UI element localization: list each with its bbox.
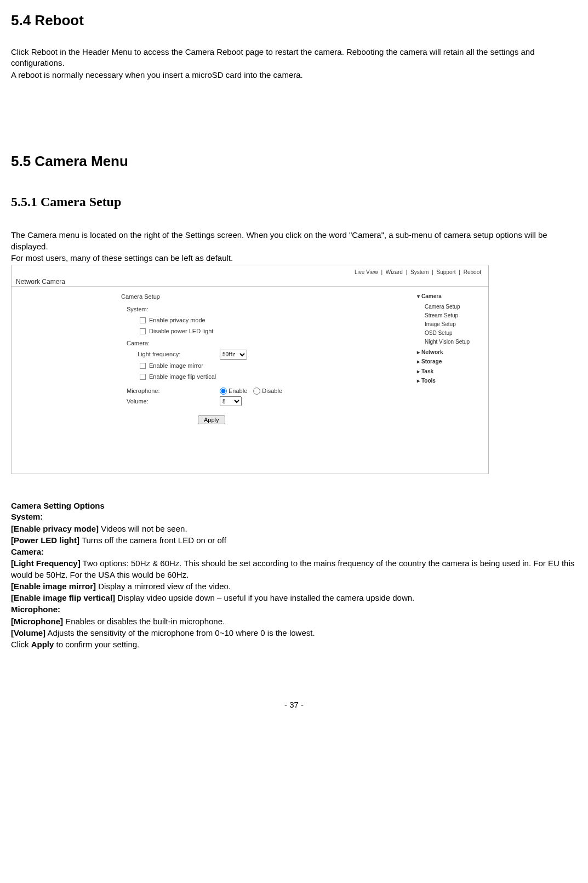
- form-camera-setup: Camera Setup System: Enable privacy mode…: [121, 293, 282, 424]
- options-apply: Click Apply to confirm your setting.: [11, 639, 577, 650]
- sidebar-image-setup[interactable]: Image Setup: [425, 320, 483, 329]
- screenshot-camera-setup: Live View | Wizard | System | Support | …: [11, 265, 489, 474]
- sidebar-network[interactable]: ▸Network: [417, 349, 483, 356]
- heading-5-4: 5.4 Reboot: [11, 11, 577, 30]
- sidebar-tools[interactable]: ▸Tools: [417, 377, 483, 385]
- sidebar-camera[interactable]: ▾Camera: [417, 293, 483, 300]
- para-5-5-1: The Camera menu is located on the right …: [11, 230, 577, 252]
- options-privacy: [Enable privacy mode] Videos will not be…: [11, 523, 577, 534]
- chevron-right-icon: ▸: [417, 377, 421, 385]
- para-5-4-2: A reboot is normally necessary when you …: [11, 70, 577, 81]
- label-volume: Volume:: [127, 397, 220, 406]
- radio-mic-enable[interactable]: [220, 388, 227, 395]
- checkbox-mirror[interactable]: [140, 363, 146, 369]
- sidebar-task[interactable]: ▸Task: [417, 368, 483, 375]
- options-heading: Camera Setting Options: [11, 500, 577, 511]
- options-led: [Power LED light] Turns off the camera f…: [11, 535, 577, 546]
- sidebar-osd-setup[interactable]: OSD Setup: [425, 329, 483, 338]
- nav-wizard[interactable]: Wizard: [386, 269, 403, 275]
- options-flip: [Enable image flip vertical] Display vid…: [11, 593, 577, 603]
- label-mic-enable: Enable: [229, 388, 247, 394]
- chevron-right-icon: ▸: [417, 349, 421, 356]
- nav-live-view[interactable]: Live View: [355, 269, 378, 275]
- options-vol: [Volume] Adjusts the sensitivity of the …: [11, 628, 577, 639]
- radio-mic-disable[interactable]: [253, 388, 260, 395]
- checkbox-flip[interactable]: [140, 374, 146, 380]
- label-led: Disable power LED light: [149, 327, 213, 335]
- nav-system[interactable]: System: [410, 269, 429, 275]
- options-system: System:: [11, 511, 577, 522]
- sidebar-storage[interactable]: ▸Storage: [417, 358, 483, 366]
- sidebar-stream-setup[interactable]: Stream Setup: [425, 311, 483, 320]
- sidebar-night-vision-setup[interactable]: Night Vision Setup: [425, 338, 483, 346]
- label-microphone: Microphone:: [127, 387, 220, 395]
- apply-button[interactable]: Apply: [198, 415, 225, 424]
- checkbox-led[interactable]: [140, 328, 146, 334]
- divider: [12, 286, 488, 287]
- chevron-down-icon: ▾: [417, 293, 421, 300]
- app-title: Network Camera: [16, 277, 65, 286]
- page-number: - 37 -: [11, 699, 577, 710]
- options-mic: [Microphone] Enables or disables the bui…: [11, 616, 577, 627]
- label-privacy: Enable privacy mode: [149, 316, 205, 324]
- label-flip: Enable image flip vertical: [149, 373, 216, 381]
- form-title: Camera Setup: [121, 293, 282, 301]
- group-camera: Camera:: [127, 339, 282, 347]
- label-light-frequency: Light frequency:: [138, 350, 220, 358]
- para-5-4-1: Click Reboot in the Header Menu to acces…: [11, 47, 577, 69]
- chevron-right-icon: ▸: [417, 368, 421, 375]
- options-mirror: [Enable image mirror] Display a mirrored…: [11, 581, 577, 592]
- nav-support[interactable]: Support: [437, 269, 456, 275]
- heading-5-5: 5.5 Camera Menu: [11, 152, 577, 171]
- sidebar-camera-setup[interactable]: Camera Setup: [425, 303, 483, 311]
- select-light-frequency[interactable]: 50Hz: [220, 350, 247, 360]
- para-5-5-2: For most users, many of these settings c…: [11, 253, 577, 264]
- heading-5-5-1: 5.5.1 Camera Setup: [11, 193, 577, 210]
- options-mic-heading: Microphone:: [11, 604, 577, 615]
- options-freq: [Light Frequency] Two options: 50Hz & 60…: [11, 558, 577, 580]
- select-volume[interactable]: 8: [220, 396, 242, 406]
- label-mic-disable: Disable: [262, 388, 282, 394]
- options-camera: Camera:: [11, 546, 577, 557]
- topnav: Live View | Wizard | System | Support | …: [353, 269, 483, 276]
- group-system: System:: [127, 305, 282, 314]
- checkbox-privacy[interactable]: [140, 317, 146, 323]
- label-mirror: Enable image mirror: [149, 362, 203, 370]
- nav-reboot[interactable]: Reboot: [464, 269, 481, 275]
- chevron-right-icon: ▸: [417, 358, 421, 366]
- sidebar: ▾Camera Camera Setup Stream Setup Image …: [417, 290, 483, 387]
